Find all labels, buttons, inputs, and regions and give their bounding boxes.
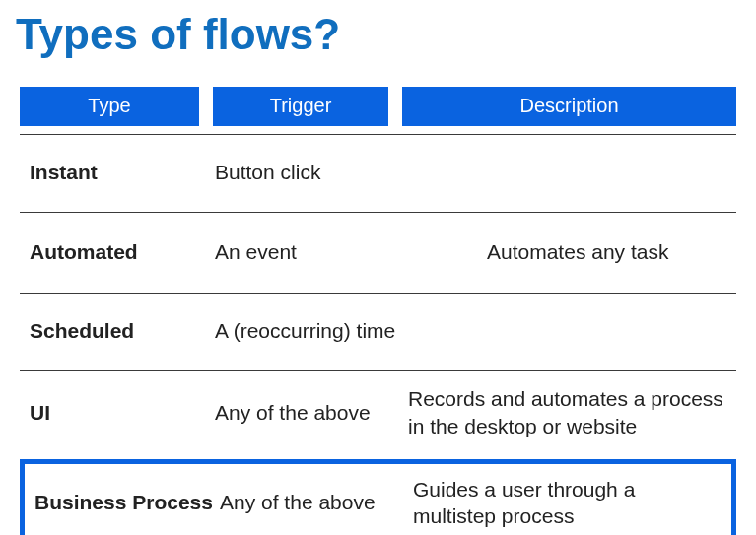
cell-type: Scheduled — [30, 319, 215, 343]
cell-type: Business Process — [34, 491, 220, 514]
col-header-trigger: Trigger — [213, 87, 388, 126]
table-row: Scheduled A (reoccurring) time — [20, 293, 736, 370]
cell-type: Instant — [30, 161, 215, 184]
table-header-row: Type Trigger Description — [20, 87, 736, 126]
page-title: Types of flows? — [16, 10, 742, 59]
cell-trigger: An event — [215, 240, 408, 264]
cell-trigger: Any of the above — [215, 401, 408, 425]
table-body: Instant Button click Automated An event … — [20, 134, 736, 453]
table-row: Instant Button click — [20, 134, 736, 212]
table-row: UI Any of the above Records and automate… — [20, 370, 736, 453]
cell-trigger: A (reoccurring) time — [215, 319, 408, 343]
table-row-highlighted: Business Process Any of the above Guides… — [20, 459, 736, 535]
cell-description: Records and automates a process in the d… — [408, 385, 730, 439]
cell-trigger: Button click — [215, 161, 408, 184]
col-header-type: Type — [20, 87, 199, 126]
cell-type: Automated — [30, 240, 215, 264]
col-header-description: Description — [402, 87, 736, 126]
cell-description: Guides a user through a multistep proces… — [413, 476, 725, 530]
cell-type: UI — [30, 401, 215, 425]
flows-table: Type Trigger Description Instant Button … — [20, 87, 736, 535]
table-row: Automated An event Automates any task — [20, 212, 736, 293]
cell-trigger: Any of the above — [220, 491, 413, 514]
cell-description: Automates any task — [408, 238, 730, 265]
